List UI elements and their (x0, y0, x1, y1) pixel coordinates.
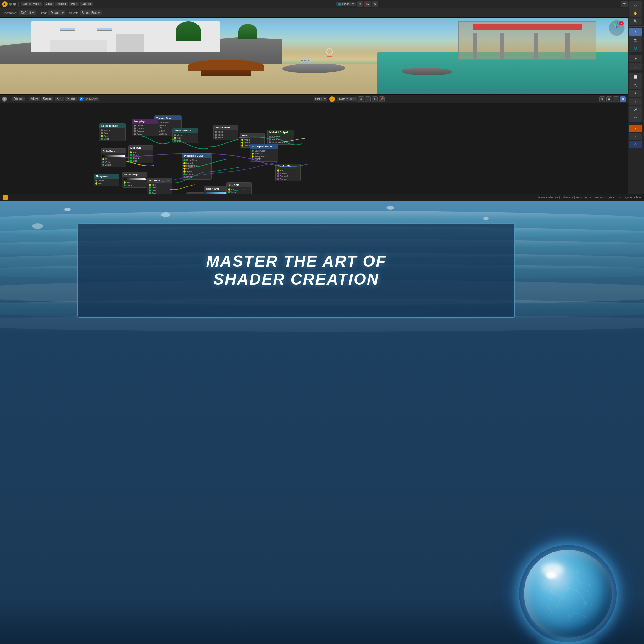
orientation-dropdown[interactable]: Default (19, 10, 36, 15)
node-mix-bot1[interactable]: Mix RGB Fac Color1 Color (226, 182, 252, 195)
spray-1 (64, 208, 71, 211)
promo-section: MASTER THE ART OF SHADER CREATION (0, 201, 340, 340)
node-vecmath[interactable]: Vector Math Vector Vector Vector (213, 125, 238, 140)
node-mix-b1[interactable]: Mix RGB Fac Color1 Color2 Color (147, 178, 172, 195)
node-musgrave[interactable]: Musgrave Vector Fac (94, 174, 119, 186)
palm-tree-2 (238, 24, 257, 39)
drag-label: Drag: (40, 11, 47, 14)
node-mapping[interactable]: Mapping Vector Location Rotation Scale (132, 119, 158, 136)
use-nodes-toggle[interactable]: Use Nodes (78, 97, 99, 101)
status-icon: i (3, 195, 8, 200)
material-name: Material.001 (337, 97, 340, 101)
node-menu-add[interactable]: Add (55, 97, 64, 101)
palm-tree (176, 21, 201, 41)
node-principled-left[interactable]: Principled BSDF Base Color Metallic Roug… (182, 153, 212, 180)
shader-topbar: ⊕ Object View Select Add Node Use Nodes … (0, 95, 340, 103)
select-label: Select: (69, 11, 78, 14)
window-controls (9, 3, 16, 6)
blender-panel: ● Object Mode View Select Add Object 🌐 G… (0, 0, 340, 201)
node-mixrgb1[interactable]: Mix RGB Fac Color1 Color2 Color (128, 145, 153, 163)
node-menu-node[interactable]: Node (65, 97, 77, 101)
top-menubar: ● Object Mode View Select Add Object 🌐 G… (0, 0, 340, 8)
statusbar: i Scene Collection | Cube.002 | Verts:35… (0, 194, 340, 201)
beach-chairs (301, 60, 309, 61)
node-menu-object[interactable]: Object (12, 97, 25, 101)
rock-1 (282, 64, 340, 73)
orientation-label: Orientation: (3, 11, 17, 14)
node-canvas[interactable]: Texture Coord Generated Normal UV Object… (0, 111, 340, 195)
node-editor-wrapper: ⊕ Object View Select Add Node Use Nodes … (0, 94, 340, 195)
node-principled-right[interactable]: Principled BSDF Base Color Metallic Roug… (250, 144, 278, 162)
node-colorramp-b1[interactable]: ColorRamp Fac Color (122, 172, 147, 188)
menu-select[interactable]: Select (55, 2, 68, 6)
menu-object-mode[interactable]: Object Mode (21, 2, 42, 6)
global-dropdown[interactable]: 🌐 Global (336, 2, 340, 6)
viewport-3d: Y (0, 18, 340, 94)
node-output[interactable]: Material Output Surface Volume Displacem… (267, 130, 294, 145)
text-box: MASTER THE ART OF SHADER CREATION (77, 223, 340, 318)
node-colorramp1[interactable]: ColorRamp Fac Color Alpha (101, 148, 126, 167)
select-dropdown[interactable]: Select Box (80, 10, 102, 15)
menu-view[interactable]: View (44, 2, 54, 6)
editor-type-icon[interactable]: ⊕ (2, 97, 7, 102)
node-far-right[interactable]: Shader Mix Fac Shader1 Shader2 Shader (275, 164, 301, 181)
blender-logo: ● (2, 1, 8, 7)
material-ball-icon[interactable]: ● (329, 96, 335, 102)
hut-base (201, 70, 251, 76)
transform-gizmo (326, 48, 333, 55)
spray-2 (161, 212, 170, 217)
node-noise-mid[interactable]: Noise Texture Vector Fac Color (172, 128, 198, 143)
viewport-toolbar: Orientation: Default Drag: Default Selec… (0, 8, 340, 18)
node-menu-select[interactable]: Select (41, 97, 53, 101)
node-noise-top[interactable]: Noise Texture Vector Scale Fac Color (99, 123, 126, 141)
node-menu-view[interactable]: View (29, 97, 40, 101)
slot-dropdown[interactable]: Slot 1 (314, 97, 327, 101)
main-title: MASTER THE ART OF SHADER CREATION (206, 253, 340, 289)
menu-add[interactable]: Add (69, 2, 79, 6)
menu-object[interactable]: Object (80, 2, 93, 6)
drag-dropdown[interactable]: Default (48, 10, 65, 15)
